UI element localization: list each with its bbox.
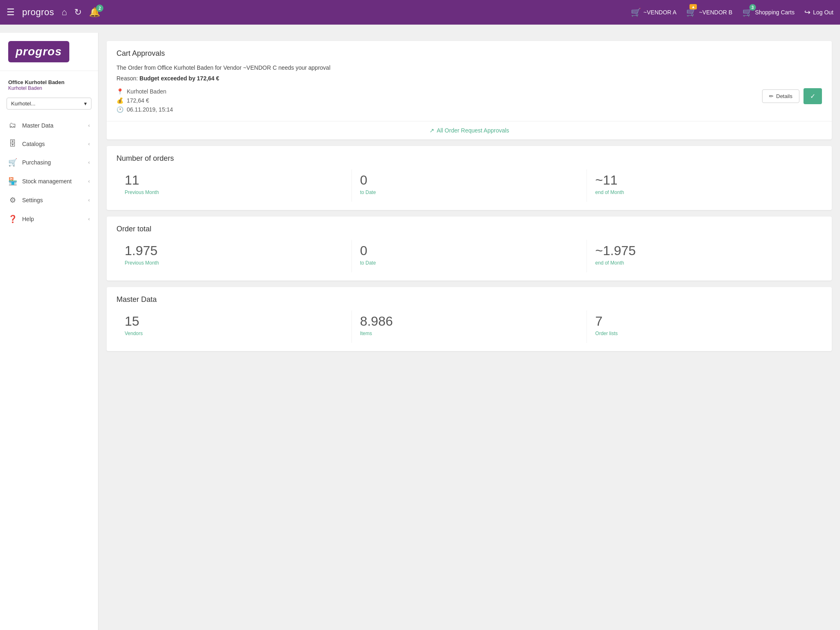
total-prev-month-value: 1.975 (125, 243, 343, 258)
logout-button[interactable]: ↪ Log Out (804, 8, 833, 17)
vendor-a-cart-icon: 🛒 (631, 7, 641, 17)
amount-row: 💰 172,64 € (116, 97, 173, 104)
order-total-card: Order total 1.975 Previous Month 0 to Da… (107, 217, 832, 281)
sidebar-label-settings: Settings (22, 197, 43, 203)
master-data-stats: 15 Vendors 8.986 Items 7 Order lists (116, 310, 822, 343)
hotel-dropdown[interactable]: Kurhotel... ▾ (7, 98, 91, 110)
sidebar: progros Office Kurhotel Baden Kurhotel B… (0, 33, 98, 630)
amount-icon: 💰 (116, 97, 123, 104)
total-end-of-month: ~1.975 end of Month (587, 240, 822, 272)
approval-message: The Order from Office Kurhotel Baden for… (116, 64, 822, 71)
total-end-of-month-value: ~1.975 (595, 243, 814, 258)
catalog-icon: 🗄 (8, 139, 17, 148)
cart-approvals-card: Cart Approvals The Order from Office Kur… (107, 41, 832, 139)
orders-end-of-month: ~11 end of Month (587, 169, 822, 202)
reason-bold: Budget exceeded by 172,64 € (139, 75, 219, 82)
details-label: Details (776, 93, 792, 99)
approval-actions: ✏ Details ✓ (762, 88, 822, 104)
chevron-right-icon-6: ‹ (88, 216, 90, 222)
vendor-b-alert: ▲ (689, 4, 697, 9)
chevron-right-icon-5: ‹ (88, 197, 90, 203)
order-total-stats: 1.975 Previous Month 0 to Date ~1.975 en… (116, 240, 822, 272)
hotel-name: Kurhotel Baden (8, 85, 90, 91)
items-stat: 8.986 Items (352, 310, 587, 343)
orders-title: Number of orders (116, 154, 822, 163)
sidebar-logo: progros (0, 41, 98, 71)
menu-icon[interactable]: ☰ (7, 7, 15, 18)
vendors-label: Vendors (125, 331, 343, 336)
all-approvals-label: All Order Request Approvals (437, 127, 509, 134)
sidebar-user-info: Office Kurhotel Baden Kurhotel Baden (0, 76, 98, 98)
items-value: 8.986 (360, 314, 579, 329)
chevron-down-icon: ▾ (84, 100, 87, 107)
datetime-text: 06.11.2019, 15:14 (127, 106, 173, 113)
approval-info: 📍 Kurhotel Baden 💰 172,64 € 🕐 06.11.2019… (116, 88, 173, 113)
gear-icon: ⚙ (8, 196, 17, 205)
details-button[interactable]: ✏ Details (762, 89, 799, 103)
vendors-stat: 15 Vendors (116, 310, 352, 343)
orders-stats: 11 Previous Month 0 to Date ~11 end of M… (116, 169, 822, 202)
orders-to-date-label: to Date (360, 189, 579, 195)
chevron-right-icon-4: ‹ (88, 178, 90, 184)
cart-icon: 🛒 (8, 158, 17, 167)
chevron-right-icon: ‹ (88, 123, 90, 128)
hotel-dropdown-value: Kurhotel... (11, 100, 35, 107)
refresh-icon[interactable]: ↻ (74, 7, 82, 18)
total-to-date-label: to Date (360, 260, 579, 266)
orders-prev-month-label: Previous Month (125, 189, 343, 195)
sidebar-label-purchasing: Purchasing (22, 159, 51, 166)
order-lists-label: Order lists (595, 331, 814, 336)
vendor-a-cart[interactable]: 🛒 ~VENDOR A (631, 7, 677, 17)
shopping-carts-icon-wrapper: 🛒 3 (742, 7, 753, 17)
location-row: 📍 Kurhotel Baden (116, 88, 173, 95)
total-prev-month: 1.975 Previous Month (116, 240, 352, 272)
chevron-right-icon-3: ‹ (88, 160, 90, 165)
vendor-b-cart-icon: 🛒 ▲ (686, 7, 696, 17)
shopping-carts-label: Shopping Carts (755, 9, 795, 16)
vendor-b-cart[interactable]: 🛒 ▲ ~VENDOR B (686, 7, 732, 17)
sidebar-label-stock-management: Stock management (22, 178, 72, 185)
sidebar-item-help[interactable]: ❓ Help ‹ (0, 210, 98, 228)
order-lists-stat: 7 Order lists (587, 310, 822, 343)
all-approvals-link[interactable]: ↗ All Order Request Approvals (429, 127, 509, 134)
sidebar-nav: 🗂 Master Data ‹ 🗄 Catalogs ‹ 🛒 Purchasin… (0, 116, 98, 228)
sidebar-item-purchasing[interactable]: 🛒 Purchasing ‹ (0, 153, 98, 172)
total-prev-month-label: Previous Month (125, 260, 343, 266)
orders-prev-month-value: 11 (125, 173, 343, 188)
master-data-title: Master Data (116, 295, 822, 304)
notification-badge: 2 (96, 5, 103, 12)
approval-reason: Reason: Budget exceeded by 172,64 € (116, 75, 822, 82)
order-lists-value: 7 (595, 314, 814, 329)
clock-icon: 🕐 (116, 106, 123, 113)
shopping-carts-badge: 3 (749, 4, 756, 11)
sidebar-item-settings[interactable]: ⚙ Settings ‹ (0, 191, 98, 210)
sidebar-item-stock-management[interactable]: 🏪 Stock management ‹ (0, 172, 98, 191)
total-to-date: 0 to Date (352, 240, 587, 272)
chevron-right-icon-2: ‹ (88, 141, 90, 147)
main-content: Cart Approvals The Order from Office Kur… (98, 33, 840, 630)
items-label: Items (360, 331, 579, 336)
vendors-value: 15 (125, 314, 343, 329)
office-name: Office Kurhotel Baden (8, 79, 90, 85)
help-icon: ❓ (8, 215, 17, 224)
checkmark-icon: ✓ (810, 93, 815, 100)
notification-bell[interactable]: 🔔 2 (89, 7, 100, 18)
sidebar-label-catalogs: Catalogs (22, 141, 45, 147)
number-of-orders-card: Number of orders 11 Previous Month 0 to … (107, 146, 832, 210)
orders-prev-month: 11 Previous Month (116, 169, 352, 202)
master-data-card: Master Data 15 Vendors 8.986 Items 7 Ord… (107, 287, 832, 351)
orders-end-of-month-label: end of Month (595, 189, 814, 195)
shopping-carts[interactable]: 🛒 3 Shopping Carts (742, 7, 795, 17)
sidebar-item-master-data[interactable]: 🗂 Master Data ‹ (0, 116, 98, 135)
orders-to-date: 0 to Date (352, 169, 587, 202)
approve-button[interactable]: ✓ (803, 88, 822, 104)
briefcase-icon: 🗂 (8, 121, 17, 130)
external-link-icon: ↗ (429, 127, 434, 134)
sidebar-label-master-data: Master Data (22, 122, 53, 129)
amount-text: 172,64 € (127, 97, 149, 104)
warehouse-icon: 🏪 (8, 177, 17, 186)
cart-approvals-footer: ↗ All Order Request Approvals (107, 121, 832, 139)
sidebar-label-help: Help (22, 216, 34, 222)
home-icon[interactable]: ⌂ (62, 7, 67, 18)
sidebar-item-catalogs[interactable]: 🗄 Catalogs ‹ (0, 135, 98, 153)
